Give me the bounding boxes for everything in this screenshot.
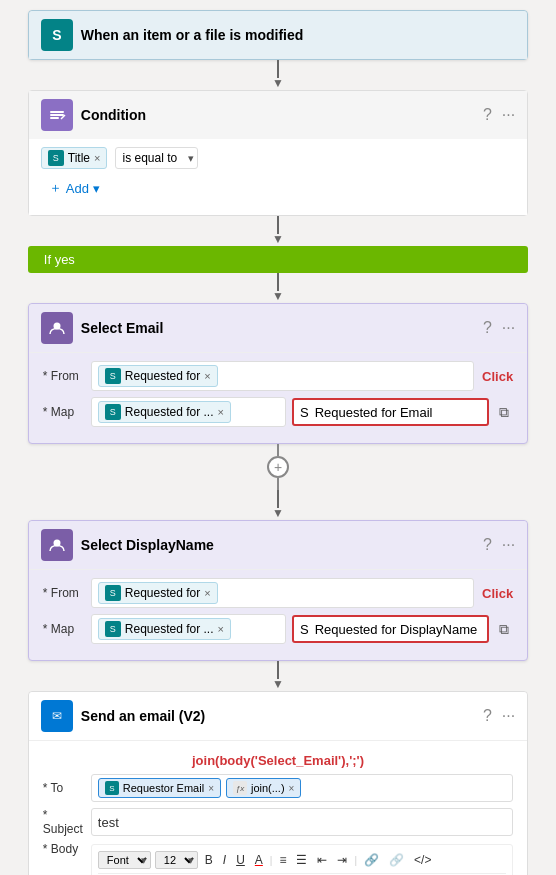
trigger-title: When an item or a file is modified <box>81 27 515 43</box>
displayname-map-highlighted-label: Requested for DisplayName <box>315 622 478 637</box>
condition-header: Condition ? ··· <box>29 91 527 139</box>
map-chip-close[interactable]: × <box>218 406 224 418</box>
send-email-help[interactable]: ? <box>483 707 492 725</box>
select-email-block: Select Email ? ··· * From S Requested fo… <box>28 303 528 444</box>
select-email-map-row: * Map S Requested for ... × S Requested … <box>43 397 513 427</box>
toolbar-sep2: | <box>354 855 357 866</box>
displayname-from-chip-close[interactable]: × <box>204 587 210 599</box>
select-email-click: Click <box>482 369 513 384</box>
if-yes-label: If yes <box>44 252 75 267</box>
map-highlighted-label: Requested for Email <box>315 405 433 420</box>
size-select[interactable]: 12 <box>155 851 198 869</box>
select-displayname-copy-icon[interactable]: ⧉ <box>495 619 513 640</box>
select-displayname-map-chip-area[interactable]: S Requested for ... × <box>91 614 286 644</box>
send-email-to-label: * To <box>43 781 83 795</box>
add-plus-icon: ＋ <box>49 179 62 197</box>
svg-rect-1 <box>50 114 64 116</box>
select-email-from-label: * From <box>43 369 83 383</box>
displayname-from-chip-label: Requested for <box>125 586 200 600</box>
select-displayname-map-highlighted[interactable]: S Requested for DisplayName <box>292 615 489 643</box>
condition-more[interactable]: ··· <box>502 106 515 124</box>
send-email-to-row: * To S Requestor Email × ƒx join(...) × <box>43 774 513 802</box>
toolbar-sep1: | <box>270 855 273 866</box>
select-email-help[interactable]: ? <box>483 319 492 337</box>
send-email-body-editor[interactable]: Font 12 B I U A | ≡ <box>91 844 513 875</box>
select-email-icon <box>41 312 73 344</box>
select-email-map-area: S Requested for ... × S Requested for Em… <box>91 397 513 427</box>
num-list-button[interactable]: ≡ <box>276 852 289 868</box>
select-displayname-more[interactable]: ··· <box>502 536 515 554</box>
select-displayname-map-area: S Requested for ... × S Requested for Di… <box>91 614 513 644</box>
displayname-map-chip-label: Requested for ... <box>125 622 214 636</box>
select-email-map-label: * Map <box>43 405 83 419</box>
send-email-body-row: * Body Font 12 B <box>43 842 513 875</box>
condition-body: S Title × is equal to ＋ Add ▾ <box>29 139 527 215</box>
trigger-block: S When an item or a file is modified <box>28 10 528 60</box>
send-email-body-label: * Body <box>43 842 83 856</box>
condition-operator-wrapper: is equal to <box>115 147 198 169</box>
to-chip1-close[interactable]: × <box>208 783 214 794</box>
bullet-list-button[interactable]: ☰ <box>293 852 310 868</box>
italic-button[interactable]: I <box>220 852 229 868</box>
send-email-to-input[interactable]: S Requestor Email × ƒx join(...) × <box>91 774 513 802</box>
connector-4 <box>272 490 284 520</box>
join-formula-annotation: join(body('Select_Email'),';') <box>43 749 513 774</box>
condition-block: Condition ? ··· S Title × is equal to <box>28 90 528 216</box>
select-email-map-chip: S Requested for ... × <box>98 401 231 423</box>
link-button[interactable]: 🔗 <box>361 852 382 868</box>
select-displayname-icon <box>41 529 73 561</box>
to-chip1-label: Requestor Email <box>123 782 204 794</box>
body-toolbar: Font 12 B I U A | ≡ <box>98 851 506 874</box>
select-displayname-body: * From S Requested for × Click * Map S <box>29 569 527 660</box>
select-displayname-actions: ? ··· <box>483 536 515 554</box>
condition-help[interactable]: ? <box>483 106 492 124</box>
condition-icon <box>41 99 73 131</box>
condition-title: Condition <box>81 107 475 123</box>
connector-5 <box>272 661 284 691</box>
select-email-from-chip: S Requested for × <box>98 365 218 387</box>
select-email-title: Select Email <box>81 320 475 336</box>
unlink-button[interactable]: 🔗 <box>386 852 407 868</box>
underline-button[interactable]: U <box>233 852 248 868</box>
send-email-more[interactable]: ··· <box>502 707 515 725</box>
select-email-more[interactable]: ··· <box>502 319 515 337</box>
from-chip-close[interactable]: × <box>204 370 210 382</box>
select-email-from-row: * From S Requested for × Click <box>43 361 513 391</box>
font-select[interactable]: Font <box>98 851 151 869</box>
select-email-map-chip-area[interactable]: S Requested for ... × <box>91 397 286 427</box>
decrease-indent-button[interactable]: ⇤ <box>314 852 330 868</box>
increase-indent-button[interactable]: ⇥ <box>334 852 350 868</box>
connector-3 <box>272 273 284 303</box>
select-displayname-block: Select DisplayName ? ··· * From S Reques… <box>28 520 528 661</box>
map-chip-icon: S <box>105 404 121 420</box>
size-select-wrapper: 12 <box>155 851 198 869</box>
plus-line-bottom <box>277 478 279 490</box>
condition-actions: ? ··· <box>483 106 515 124</box>
select-email-copy-icon[interactable]: ⧉ <box>495 402 513 423</box>
condition-field-icon: S <box>48 150 64 166</box>
send-email-subject-field[interactable] <box>98 815 506 830</box>
font-select-wrapper: Font <box>98 851 151 869</box>
condition-row-1: S Title × is equal to <box>41 147 515 169</box>
color-button[interactable]: A <box>252 852 266 868</box>
condition-operator-select[interactable]: is equal to <box>115 147 198 169</box>
select-email-from-input[interactable]: S Requested for × <box>91 361 474 391</box>
condition-add-button[interactable]: ＋ Add ▾ <box>41 175 108 201</box>
condition-field-close[interactable]: × <box>94 152 100 164</box>
connector-2 <box>272 216 284 246</box>
to-chip2-close[interactable]: × <box>289 783 295 794</box>
select-displayname-map-chip: S Requested for ... × <box>98 618 231 640</box>
select-email-map-highlighted[interactable]: S Requested for Email <box>292 398 489 426</box>
displayname-map-chip-icon: S <box>105 621 121 637</box>
send-email-subject-row: * Subject <box>43 808 513 836</box>
trigger-icon: S <box>41 19 73 51</box>
to-chip2-label: join(...) <box>251 782 285 794</box>
select-displayname-help[interactable]: ? <box>483 536 492 554</box>
send-email-icon: ✉ <box>41 700 73 732</box>
select-displayname-from-input[interactable]: S Requested for × <box>91 578 474 608</box>
bold-button[interactable]: B <box>202 852 216 868</box>
send-email-subject-input[interactable] <box>91 808 513 836</box>
html-button[interactable]: </> <box>411 852 434 868</box>
plus-circle[interactable]: + <box>267 456 289 478</box>
displayname-map-chip-close[interactable]: × <box>218 623 224 635</box>
